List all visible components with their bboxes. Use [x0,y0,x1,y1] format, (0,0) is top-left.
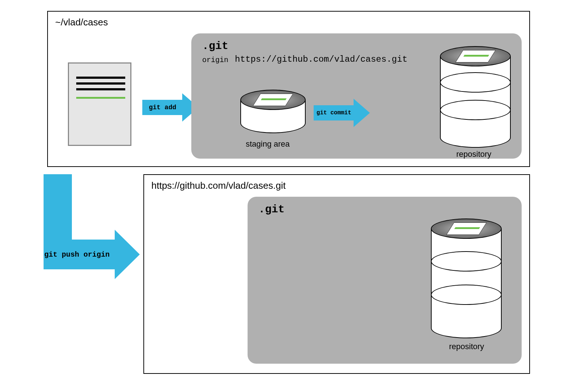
svg-marker-2 [44,174,140,279]
local-working-directory: ~/vlad/cases git add .git origin https:/… [47,11,530,167]
git-commit-arrow-icon: git commit [314,99,370,127]
cylinder-ring-icon [431,251,502,271]
cylinder-body-icon [440,56,511,138]
cylinder-page-line-icon [261,98,286,100]
staging-area-cylinder-icon [240,90,306,133]
git-push-arrow-icon [44,174,140,287]
local-repository-cylinder-icon [440,46,511,148]
file-line-icon [76,77,125,79]
remote-name-label: origin [202,56,228,64]
remote-url-title: https://github.com/vlad/cases.git [151,180,286,191]
file-highlight-line-icon [76,97,125,99]
file-line-icon [76,88,125,90]
git-dir-label: .git [202,40,228,52]
cylinder-ring-icon [440,72,511,93]
remote-repository-label: repository [449,342,484,351]
cylinder-page-line-icon [454,227,480,229]
local-path-label: ~/vlad/cases [55,17,108,28]
remote-url-label: https://github.com/vlad/cases.git [235,54,407,64]
file-line-icon [76,82,125,85]
cylinder-page-line-icon [463,55,489,57]
git-add-label: git add [142,104,183,111]
cylinder-ring-icon [440,100,511,120]
git-push-label: git push origin [44,250,110,259]
remote-git-panel: .git repository [248,197,522,364]
remote-git-dir-label: .git [258,203,285,216]
cylinder-ring-icon [431,285,502,305]
file-document-icon [68,62,131,146]
git-commit-label: git commit [314,110,354,116]
local-repository-label: repository [456,150,492,159]
cylinder-body-icon [431,229,502,328]
staging-area-label: staging area [246,139,290,149]
remote-repository-cylinder-icon [431,219,502,338]
local-git-panel: .git origin https://github.com/vlad/case… [191,33,522,159]
git-add-arrow-icon: git add [142,93,199,122]
remote-repository-box: https://github.com/vlad/cases.git .git r… [143,174,530,374]
